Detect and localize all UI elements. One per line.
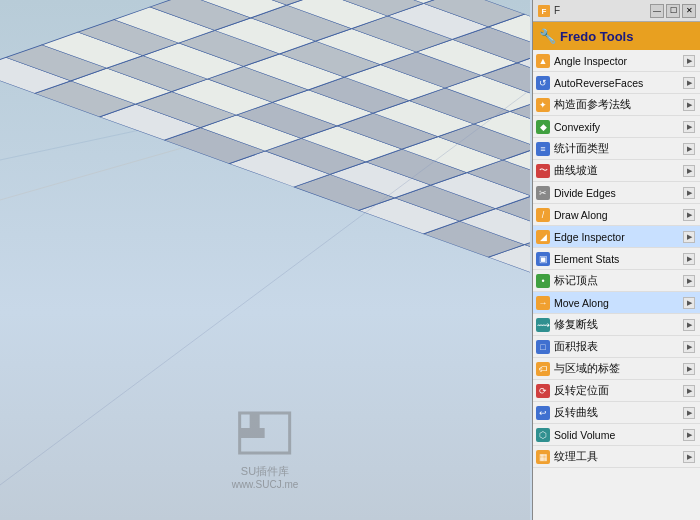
menu-item-draw-along[interactable]: / Draw Along ▶ (533, 204, 700, 226)
menu-label-element-stats: Element Stats (554, 253, 679, 265)
arrow-box-mark-vertices: ▶ (683, 275, 695, 287)
menu-icon-count-face-types: ≡ (535, 141, 551, 157)
menu-label-mark-vertices: 标记顶点 (554, 274, 679, 288)
menu-label-draw-along: Draw Along (554, 209, 679, 221)
arrow-box-draw-along: ▶ (683, 209, 695, 221)
arrow-box-convexify: ▶ (683, 121, 695, 133)
menu-item-angle-inspector[interactable]: ▲ Angle Inspector ▶ (533, 50, 700, 72)
menu-item-area-tags[interactable]: 🏷 与区域的标签 ▶ (533, 358, 700, 380)
menu-arrow-count-face-types: ▶ (682, 142, 696, 156)
menu-arrow-divide-edges: ▶ (682, 186, 696, 200)
menu-arrow-area-tags: ▶ (682, 362, 696, 376)
menu-label-solid-volume: Solid Volume (554, 429, 679, 441)
menu-label-construct-face: 构造面参考法线 (554, 98, 679, 112)
menu-arrow-reverse-curve: ▶ (682, 406, 696, 420)
menu-arrow-convexify: ▶ (682, 120, 696, 134)
fredo-header-icon: 🔧 (539, 28, 556, 44)
menu-icon-divide-edges: ✂ (535, 185, 551, 201)
menu-label-repair-breaks: 修复断线 (554, 318, 679, 332)
menu-item-construct-face[interactable]: ✦ 构造面参考法线 ▶ (533, 94, 700, 116)
menu-icon-draw-along: / (535, 207, 551, 223)
maximize-button[interactable]: ☐ (666, 4, 680, 18)
menu-label-reverse-orient: 反转定位面 (554, 384, 679, 398)
menu-label-reverse-curve: 反转曲线 (554, 406, 679, 420)
arrow-box-area-report: ▶ (683, 341, 695, 353)
arrow-box-divide-edges: ▶ (683, 187, 695, 199)
menu-arrow-repair-breaks: ▶ (682, 318, 696, 332)
minimize-button[interactable]: — (650, 4, 664, 18)
menu-icon-mark-vertices: • (535, 273, 551, 289)
watermark-url: www.SUCJ.me (232, 479, 299, 490)
3d-viewport: SU插件库 www.SUCJ.me (0, 0, 530, 520)
watermark-text: SU插件库 (232, 464, 299, 479)
menu-label-auto-reverse-faces: AutoReverseFaces (554, 77, 679, 89)
menu-icon-auto-reverse-faces: ↺ (535, 75, 551, 91)
menu-label-edge-inspector: Edge Inspector (554, 231, 679, 243)
menu-item-convexify[interactable]: ◆ Convexify ▶ (533, 116, 700, 138)
menu-icon-angle-inspector: ▲ (535, 53, 551, 69)
menu-icon-reverse-orient: ⟳ (535, 383, 551, 399)
arrow-box-curve-channel: ▶ (683, 165, 695, 177)
panel-title-label: F (554, 5, 560, 16)
menu-label-curve-channel: 曲线坡道 (554, 164, 679, 178)
arrow-box-reverse-orient: ▶ (683, 385, 695, 397)
close-button[interactable]: ✕ (682, 4, 696, 18)
menu-arrow-mark-vertices: ▶ (682, 274, 696, 288)
menu-item-auto-reverse-faces[interactable]: ↺ AutoReverseFaces ▶ (533, 72, 700, 94)
menu-item-reverse-curve[interactable]: ↩ 反转曲线 ▶ (533, 402, 700, 424)
arrow-box-area-tags: ▶ (683, 363, 695, 375)
menu-item-move-along[interactable]: → Move Along ▶ (533, 292, 700, 314)
menu-label-area-tags: 与区域的标签 (554, 362, 679, 376)
menu-arrow-curve-channel: ▶ (682, 164, 696, 178)
menu-label-area-report: 面积报表 (554, 340, 679, 354)
arrow-box-texture-tool: ▶ (683, 451, 695, 463)
menu-item-area-report[interactable]: □ 面积报表 ▶ (533, 336, 700, 358)
menu-icon-area-tags: 🏷 (535, 361, 551, 377)
arrow-box-element-stats: ▶ (683, 253, 695, 265)
menu-icon-element-stats: ▣ (535, 251, 551, 267)
menu-item-texture-tool[interactable]: ▦ 纹理工具 ▶ (533, 446, 700, 468)
menu-label-divide-edges: Divide Edges (554, 187, 679, 199)
menu-icon-construct-face: ✦ (535, 97, 551, 113)
menu-arrow-move-along: ▶ (682, 296, 696, 310)
menu-icon-curve-channel: 〜 (535, 163, 551, 179)
menu-item-count-face-types[interactable]: ≡ 统计面类型 ▶ (533, 138, 700, 160)
panel-header-title: Fredo Tools (560, 29, 633, 44)
arrow-box-edge-inspector: ▶ (683, 231, 695, 243)
arrow-box-auto-reverse-faces: ▶ (683, 77, 695, 89)
menu-icon-reverse-curve: ↩ (535, 405, 551, 421)
svg-text:F: F (542, 7, 547, 16)
menu-arrow-edge-inspector: ▶ (682, 230, 696, 244)
menu-icon-move-along: → (535, 295, 551, 311)
menu-item-solid-volume[interactable]: ⬡ Solid Volume ▶ (533, 424, 700, 446)
menu-label-texture-tool: 纹理工具 (554, 450, 679, 464)
menu-icon-texture-tool: ▦ (535, 449, 551, 465)
arrow-box-solid-volume: ▶ (683, 429, 695, 441)
menu-arrow-texture-tool: ▶ (682, 450, 696, 464)
menu-label-convexify: Convexify (554, 121, 679, 133)
menu-item-curve-channel[interactable]: 〜 曲线坡道 ▶ (533, 160, 700, 182)
panel-icon: F (537, 4, 551, 18)
menu-item-element-stats[interactable]: ▣ Element Stats ▶ (533, 248, 700, 270)
menu-arrow-auto-reverse-faces: ▶ (682, 76, 696, 90)
arrow-box-repair-breaks: ▶ (683, 319, 695, 331)
svg-rect-106 (240, 428, 265, 438)
panel-controls: — ☐ ✕ (650, 4, 696, 18)
menu-arrow-element-stats: ▶ (682, 252, 696, 266)
menu-icon-convexify: ◆ (535, 119, 551, 135)
menu-icon-repair-breaks: ⟿ (535, 317, 551, 333)
arrow-box-reverse-curve: ▶ (683, 407, 695, 419)
menu-item-reverse-orient[interactable]: ⟳ 反转定位面 ▶ (533, 380, 700, 402)
arrow-box-count-face-types: ▶ (683, 143, 695, 155)
watermark: SU插件库 www.SUCJ.me (232, 408, 299, 490)
menu-item-repair-breaks[interactable]: ⟿ 修复断线 ▶ (533, 314, 700, 336)
menu-item-divide-edges[interactable]: ✂ Divide Edges ▶ (533, 182, 700, 204)
menu-arrow-draw-along: ▶ (682, 208, 696, 222)
panel-titlebar: F F — ☐ ✕ (533, 0, 700, 22)
menu-arrow-construct-face: ▶ (682, 98, 696, 112)
menu-arrow-reverse-orient: ▶ (682, 384, 696, 398)
menu-item-edge-inspector[interactable]: ◢ Edge Inspector ▶ (533, 226, 700, 248)
fredo-tools-panel: F F — ☐ ✕ 🔧 Fredo Tools ▲ Angle Inspecto… (532, 0, 700, 520)
arrow-box-construct-face: ▶ (683, 99, 695, 111)
menu-item-mark-vertices[interactable]: • 标记顶点 ▶ (533, 270, 700, 292)
